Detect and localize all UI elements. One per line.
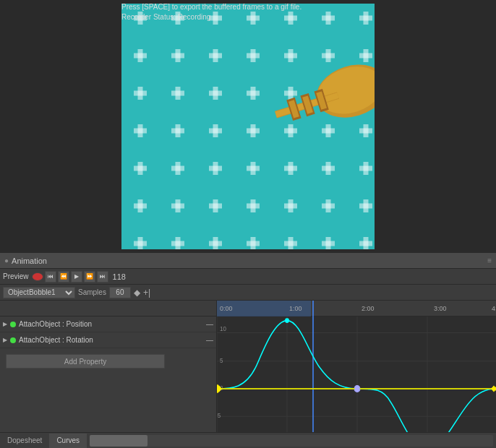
preview-label: Preview (3, 272, 29, 280)
dopesheet-tab[interactable]: Dopesheet (0, 434, 49, 448)
timeline-ruler: 0:00 1:00 2:00 3:00 4:00 (217, 301, 496, 316)
timeline-header: 0:00 1:00 2:00 3:00 4:00 (0, 301, 496, 316)
preview-canvas (121, 4, 375, 249)
svg-text:-5: -5 (217, 412, 221, 420)
rotation-action[interactable]: — (206, 336, 213, 344)
property-rotation-row: ▶ AttachObject : Rotation — (0, 332, 216, 348)
samples-label: Samples (78, 288, 106, 296)
frame-count: 118 (113, 272, 126, 281)
property-position-row: ▶ AttachObject : Position — (0, 316, 216, 332)
curve-svg: 10 5 0 -5 (217, 316, 496, 448)
rotation-color-dot (10, 337, 16, 343)
svg-point-30 (355, 386, 360, 392)
bottom-row: Dopesheet Curves (0, 432, 496, 448)
svg-text:5: 5 (220, 357, 223, 365)
toolbar-row: Preview ⏮ ⏪ ▶ ⏩ ⏭ 118 (0, 269, 496, 285)
skip-end-button[interactable]: ⏭ (97, 271, 108, 283)
svg-text:1:00: 1:00 (289, 305, 302, 312)
rotation-expand-arrow[interactable]: ▶ (3, 337, 7, 343)
samples-input[interactable] (109, 287, 131, 298)
svg-text:10: 10 (220, 325, 226, 333)
position-action[interactable]: — (206, 320, 213, 328)
record-button[interactable] (32, 272, 43, 281)
svg-text:2:00: 2:00 (362, 305, 375, 312)
prev-frame-button[interactable]: ⏪ (58, 271, 69, 283)
animation-panel: ● Animation ≡ Preview ⏮ ⏪ ▶ ⏩ ⏭ 118 Obje… (0, 253, 496, 448)
bar-plus-icon[interactable]: +| (143, 288, 150, 298)
left-spacer (0, 301, 217, 316)
position-color-dot (10, 322, 16, 327)
panel-title: Animation (12, 257, 47, 265)
recorder-status: Recorder Status: Recording (121, 13, 210, 21)
panel-menu[interactable]: ≡ (487, 257, 492, 264)
svg-text:0:00: 0:00 (220, 305, 233, 312)
svg-rect-7 (217, 316, 496, 448)
curve-editor[interactable]: 10 5 0 -5 (217, 316, 496, 448)
add-property-container: Add Property (0, 348, 216, 374)
panel-icon: ● (4, 257, 9, 264)
svg-point-31 (285, 318, 289, 323)
overlay-text: Press [SPACE] to export the buffered fra… (121, 3, 302, 11)
object-selector[interactable]: ObjectBobble1 (3, 287, 75, 298)
diamond-plus-icon[interactable]: ◆ (134, 288, 140, 298)
main-content: ▶ AttachObject : Position — ▶ AttachObje… (0, 316, 496, 448)
position-property-name: AttachObject : Position (19, 320, 203, 328)
svg-text:4:00: 4:00 (492, 305, 496, 312)
svg-text:3:00: 3:00 (434, 305, 447, 312)
rotation-property-name: AttachObject : Rotation (19, 336, 203, 344)
timeline-scrollbar[interactable] (90, 435, 493, 447)
skip-start-button[interactable]: ⏮ (45, 271, 56, 283)
next-frame-button[interactable]: ⏩ (84, 271, 95, 283)
properties-row: ObjectBobble1 Samples ◆ +| (0, 285, 496, 301)
panel-header: ● Animation ≡ (0, 253, 496, 269)
preview-area: Press [SPACE] to export the buffered fra… (0, 0, 496, 253)
add-property-button[interactable]: Add Property (6, 354, 165, 369)
play-button[interactable]: ▶ (71, 271, 82, 283)
curves-tab[interactable]: Curves (49, 434, 87, 448)
left-panel: ▶ AttachObject : Position — ▶ AttachObje… (0, 316, 217, 448)
position-expand-arrow[interactable]: ▶ (3, 321, 7, 327)
